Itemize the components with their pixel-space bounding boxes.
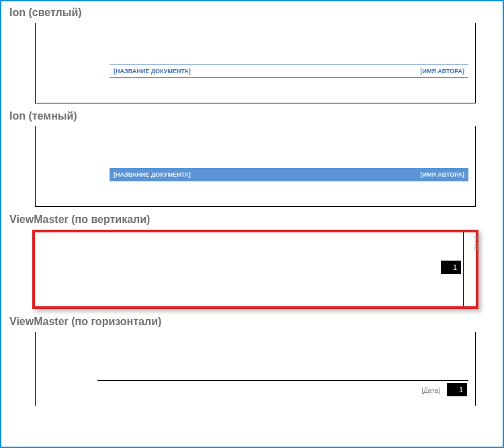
footer-style-ion-light[interactable]: Ion (светлый) [НАЗВАНИЕ ДОКУМЕНТА] [ИМЯ … [8,7,496,103]
footer-preview-selected: [Дата] 1 [32,230,478,309]
footer-style-ion-dark[interactable]: Ion (темный) [НАЗВАНИЕ ДОКУМЕНТА] [ИМЯ А… [8,110,496,207]
section-title: ViewMaster (по вертикали) [8,214,496,226]
footer-style-viewmaster-vertical[interactable]: ViewMaster (по вертикали) [Дата] 1 [8,214,496,309]
doc-title-placeholder: [НАЗВАНИЕ ДОКУМЕНТА] [114,68,191,75]
footer-preview: [Дата] 1 [35,332,476,406]
ion-dark-bar: [НАЗВАНИЕ ДОКУМЕНТА] [ИМЯ АВТОРА] [110,168,468,181]
footer-preview: [НАЗВАНИЕ ДОКУМЕНТА] [ИМЯ АВТОРА] [35,23,476,103]
ion-light-bar: [НАЗВАНИЕ ДОКУМЕНТА] [ИМЯ АВТОРА] [110,64,468,78]
footer-preview: [НАЗВАНИЕ ДОКУМЕНТА] [ИМЯ АВТОРА] [35,126,476,207]
date-placeholder: [Дата] [473,236,479,251]
section-title: ViewMaster (по горизонтали) [8,316,496,328]
date-placeholder: [Дата] [421,387,440,394]
vertical-rule [463,232,464,306]
section-title: Ion (темный) [8,110,496,122]
page-number: 1 [453,263,457,271]
horizontal-rule [97,380,468,381]
footer-style-viewmaster-horizontal[interactable]: ViewMaster (по горизонтали) [Дата] 1 [8,316,496,406]
doc-title-placeholder: [НАЗВАНИЕ ДОКУМЕНТА] [114,171,191,178]
author-placeholder: [ИМЯ АВТОРА] [420,68,464,75]
page-number: 1 [459,386,463,394]
page-number-box: 1 [441,261,461,274]
author-placeholder: [ИМЯ АВТОРА] [420,171,464,178]
page-number-box: 1 [447,383,467,396]
section-title: Ion (светлый) [8,7,496,19]
